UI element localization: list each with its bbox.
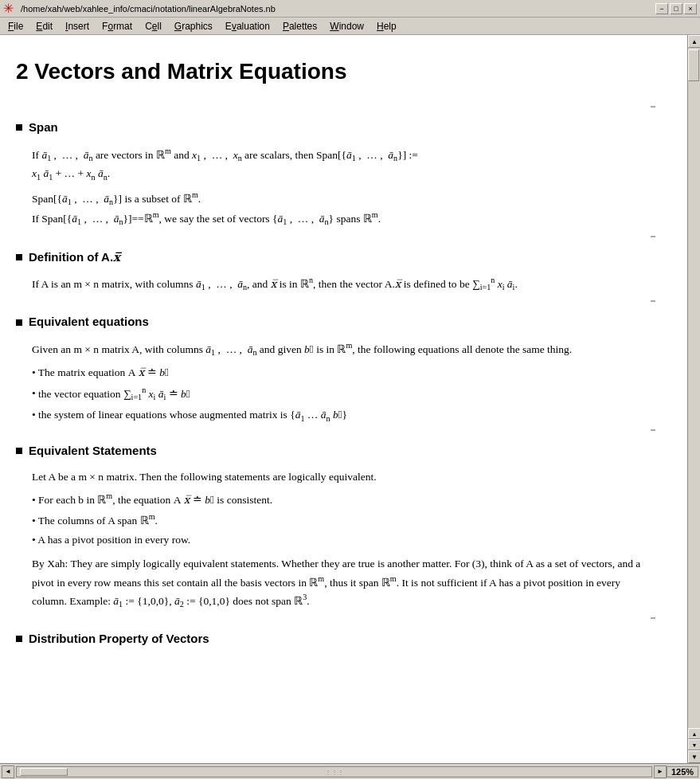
- section-title-distribution: Distribution Property of Vectors: [29, 630, 209, 648]
- menu-graphics[interactable]: Graphics: [168, 19, 219, 33]
- section-title-equiv-stmt: Equivalent Statements: [29, 442, 157, 460]
- span-para-1: If ā1 , … , ān are vectors in ℝm and x1 …: [32, 145, 647, 184]
- scroll-page-down-button[interactable]: ▼: [688, 739, 700, 750]
- section-span: Span If ā1 , … , ān are vectors in ℝm an…: [16, 104, 663, 234]
- section-title-definition: Definition of A.x̅: [29, 249, 120, 267]
- section-bullet-equiv-stmt: [16, 448, 22, 454]
- maximize-button[interactable]: □: [670, 3, 682, 14]
- equiv-eq-intro: Given an m × n matrix A, with columns ā1…: [32, 339, 647, 359]
- section-distribution: Distribution Property of Vectors: [16, 616, 663, 656]
- section-definition: Definition of A.x̅ If A is an m × n matr…: [16, 234, 663, 299]
- section-equiv-statements: Equivalent Statements Let A be a m × n m…: [16, 428, 663, 616]
- section-bullet-distribution: [16, 636, 22, 642]
- scroll-up-button[interactable]: ▲: [688, 35, 700, 48]
- scroll-thumb[interactable]: [688, 49, 699, 81]
- equiv-eq-bullet-3: the system of linear equations whose aug…: [32, 406, 647, 425]
- scroll-page-up-button[interactable]: ▲: [688, 728, 700, 739]
- section-header-definition: Definition of A.x̅: [16, 249, 647, 267]
- menu-insert[interactable]: Insert: [59, 19, 96, 33]
- equiv-eq-bullet-2: the vector equation ∑i=1n xi āi ≐ b⃗: [32, 384, 647, 404]
- status-bar: ◄ ⋮⋮⋮ ► 125%: [0, 763, 700, 779]
- section-bullet-definition: [16, 254, 22, 260]
- zoom-level: 125%: [667, 766, 698, 777]
- section-equiv-equations: Equivalent equations Given an m × n matr…: [16, 299, 663, 428]
- section-header-span: Span: [16, 119, 647, 137]
- equiv-stmt-intro: Let A be a m × n matrix. Then the follow…: [32, 468, 647, 486]
- window-title: /home/xah/web/xahlee_info/cmaci/notation…: [21, 4, 276, 14]
- notebook-content: 2 Vectors and Matrix Equations Span If ā…: [0, 35, 687, 763]
- scroll-down-button[interactable]: ▼: [688, 750, 700, 763]
- menu-edit[interactable]: Edit: [29, 19, 59, 33]
- menu-help[interactable]: Help: [370, 19, 403, 33]
- menu-palettes[interactable]: Palettes: [276, 19, 323, 33]
- definition-para-1: If A is an m × n matrix, with columns ā1…: [32, 274, 647, 294]
- menu-file[interactable]: File: [2, 19, 29, 33]
- menu-window[interactable]: Window: [323, 19, 370, 33]
- section-bullet-equiv-eq: [16, 319, 22, 326]
- title-bar: ✳ /home/xah/web/xahlee_info/cmaci/notati…: [0, 0, 700, 18]
- section-header-equiv-eq: Equivalent equations: [16, 313, 647, 331]
- menu-bar: File Edit Insert Format Cell Graphics Ev…: [0, 18, 700, 35]
- section-title-span: Span: [29, 119, 58, 137]
- section-bullet-span: [16, 124, 22, 131]
- menu-cell[interactable]: Cell: [139, 19, 168, 33]
- section-header-equiv-stmt: Equivalent Statements: [16, 442, 647, 460]
- section-header-distribution: Distribution Property of Vectors: [16, 630, 647, 648]
- menu-format[interactable]: Format: [96, 19, 139, 33]
- scroll-right-button[interactable]: ►: [654, 765, 667, 778]
- scroll-left-button[interactable]: ◄: [2, 765, 14, 778]
- vertical-scrollbar[interactable]: ▲ ▲ ▼ ▼: [687, 35, 700, 763]
- equiv-stmt-bullet-2: The columns of A span ℝm.: [32, 511, 647, 529]
- equiv-stmt-bullet-3: A has a pivot position in every row.: [32, 531, 647, 549]
- equiv-eq-bullet-1: The matrix equation A x̅ ≐ b⃗: [32, 364, 647, 382]
- minimize-button[interactable]: −: [655, 3, 668, 14]
- span-para-2: Span[{ā1 , … , ān}] is a subset of ℝm. I…: [32, 189, 647, 229]
- menu-evaluation[interactable]: Evaluation: [219, 19, 276, 33]
- page-title: 2 Vectors and Matrix Equations: [16, 55, 663, 88]
- equiv-stmt-extra: By Xah: They are simply logically equiva…: [32, 555, 647, 611]
- app-icon: ✳: [3, 2, 16, 15]
- equiv-stmt-bullet-1: For each b in ℝm, the equation A x̅ ≐ b⃗…: [32, 490, 647, 508]
- section-title-equiv-eq: Equivalent equations: [29, 313, 149, 331]
- close-button[interactable]: ×: [684, 3, 697, 14]
